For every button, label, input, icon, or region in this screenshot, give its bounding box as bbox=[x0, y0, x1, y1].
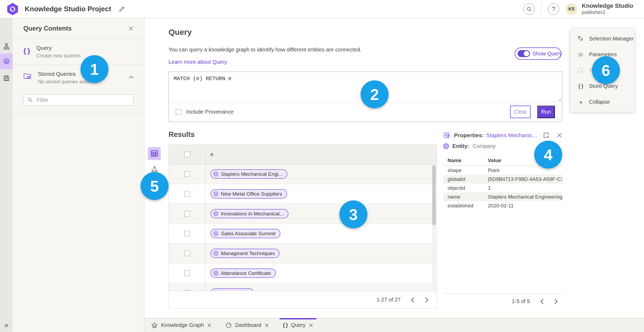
table-row: Attendance Certificate bbox=[169, 263, 437, 283]
query-description: You can query a knowledge graph to ident… bbox=[169, 47, 361, 53]
row-checkbox[interactable] bbox=[184, 231, 190, 236]
data-model-rail-button[interactable] bbox=[0, 39, 13, 54]
entity-pill[interactable]: Attendance Certificate bbox=[210, 268, 276, 278]
save-icon bbox=[3, 75, 10, 82]
close-tab-icon[interactable] bbox=[309, 323, 313, 327]
entity-dot-icon bbox=[213, 231, 218, 236]
row-checkbox-cell bbox=[169, 204, 206, 223]
entity-pill[interactable]: Managment Techniques bbox=[210, 249, 280, 258]
show-query-toggle[interactable]: Show Query bbox=[515, 47, 561, 60]
toggle-track[interactable] bbox=[518, 50, 530, 57]
row-checkbox[interactable] bbox=[184, 211, 190, 217]
entity-row: Entity: Company bbox=[443, 143, 496, 149]
double-chevron-icon: » bbox=[577, 99, 584, 105]
sidebar-item-query[interactable]: { } Query Create new queries bbox=[13, 39, 144, 65]
row-entity-cell: Innovations in Mechanical... bbox=[206, 204, 437, 223]
properties-next-page-button[interactable] bbox=[554, 299, 558, 304]
user-block[interactable]: Knowledge Studio publisher2 bbox=[582, 2, 633, 16]
hierarchy-icon bbox=[3, 43, 10, 50]
tab-label: Query bbox=[291, 322, 305, 328]
scrollbar-thumb[interactable] bbox=[432, 165, 436, 225]
entity-pill-label: Sales Associate Summit bbox=[221, 231, 276, 237]
expand-rail-button[interactable]: » bbox=[0, 321, 13, 329]
close-tab-icon[interactable] bbox=[207, 323, 211, 327]
chevron-up-icon[interactable] bbox=[129, 76, 134, 79]
properties-prev-page-button[interactable] bbox=[540, 299, 544, 304]
stored-queries-section: Stored Queries No stored queries exist bbox=[13, 65, 144, 113]
learn-more-link[interactable]: Learn more about Query bbox=[169, 59, 227, 65]
row-checkbox-cell bbox=[169, 164, 206, 184]
tab-dashboard[interactable]: Dashboard bbox=[218, 318, 276, 332]
property-value: 1 bbox=[488, 185, 562, 191]
results-next-page-button[interactable] bbox=[425, 297, 429, 303]
results-prev-page-button[interactable] bbox=[411, 297, 415, 303]
tab-knowledge-graph[interactable]: Knowledge Graph bbox=[144, 318, 218, 332]
table-row: Staplers Mechanical Engi... bbox=[169, 164, 437, 184]
row-entity-cell: Sales Associate Summit bbox=[206, 224, 437, 243]
row-checkbox-cell bbox=[169, 283, 206, 291]
search-button[interactable] bbox=[524, 3, 535, 15]
filter-box bbox=[23, 94, 133, 106]
layers-rail-button[interactable] bbox=[0, 54, 13, 69]
property-value: {5D9B4713-F98D-4A53-A59F-C11... bbox=[488, 176, 562, 182]
select-all-checkbox[interactable] bbox=[184, 152, 190, 157]
entity-pill[interactable]: Staplers Mechanical Engi... bbox=[210, 169, 287, 179]
table-view-button[interactable] bbox=[148, 147, 161, 160]
filter-input[interactable] bbox=[36, 97, 129, 103]
row-checkbox-cell bbox=[169, 184, 206, 204]
close-properties-icon[interactable] bbox=[557, 133, 562, 138]
entity-pill-label: Innovations in Mechanical... bbox=[221, 211, 284, 217]
include-provenance-label: Include Provenance bbox=[186, 109, 234, 115]
tab-query[interactable]: { }Query bbox=[276, 318, 320, 332]
close-panel-icon[interactable] bbox=[129, 26, 133, 31]
query-section-title: Query bbox=[169, 28, 192, 37]
menu-item-label: Store Query bbox=[589, 83, 618, 89]
table-row: Innovations in Mechanical... bbox=[169, 204, 437, 224]
run-button[interactable]: Run bbox=[537, 106, 555, 118]
edit-title-icon[interactable] bbox=[119, 6, 125, 12]
add-to-map-icon[interactable] bbox=[543, 132, 550, 139]
property-value: Staplers Mechanical Engineering bbox=[488, 194, 562, 200]
entity-pill[interactable]: New Metal Office Suppliers bbox=[210, 189, 287, 199]
topbar-divider bbox=[541, 3, 541, 15]
property-name: objectid bbox=[443, 185, 488, 191]
user-role: publisher2 bbox=[582, 9, 633, 16]
help-button[interactable]: ? bbox=[548, 3, 559, 15]
entity-pill[interactable]: Sales Associate Summit bbox=[210, 229, 280, 238]
clear-button[interactable]: Clear bbox=[510, 106, 531, 118]
vertical-scrollbar[interactable] bbox=[432, 165, 436, 290]
entity-dot-icon bbox=[443, 143, 449, 149]
row-entity-cell: Managment Techniques bbox=[206, 244, 437, 263]
entity-pill-label: Staplers Mechanical Engi... bbox=[221, 171, 283, 177]
properties-pagination: 1-5 of 5 bbox=[443, 293, 562, 309]
sidebar-item-stored-queries[interactable]: Stored Queries No stored queries exist bbox=[13, 65, 144, 91]
app-logo-icon[interactable] bbox=[7, 3, 18, 15]
annotation-circle-5: 5 bbox=[141, 172, 169, 200]
properties-header: Properties: Staplers Mechanic... bbox=[443, 132, 562, 139]
editor-footer: Include Provenance Clear Run bbox=[169, 102, 562, 121]
stored-queries-folder-icon bbox=[23, 72, 31, 80]
entity-value: Company bbox=[473, 143, 496, 149]
resize-handle-icon[interactable] bbox=[557, 97, 561, 101]
include-provenance-checkbox[interactable] bbox=[176, 109, 181, 115]
save-rail-button[interactable] bbox=[0, 71, 13, 86]
entity-pill[interactable]: Innovations in Mechanical... bbox=[210, 209, 288, 218]
menu-item-collapse[interactable]: »Collapse bbox=[570, 94, 634, 110]
row-checkbox[interactable] bbox=[184, 270, 190, 276]
header-checkbox-cell bbox=[169, 145, 206, 164]
row-checkbox[interactable] bbox=[184, 191, 190, 197]
menu-item-selection-manager[interactable]: Selection Manager bbox=[570, 31, 634, 47]
row-checkbox[interactable] bbox=[184, 171, 190, 177]
close-tab-icon[interactable] bbox=[265, 323, 269, 327]
row-checkbox[interactable] bbox=[184, 251, 190, 256]
annotation-circle-3: 3 bbox=[339, 200, 367, 228]
menu-item-label: Selection Manager bbox=[589, 36, 634, 42]
properties-entity-link[interactable]: Staplers Mechanic... bbox=[486, 132, 537, 139]
avatar[interactable]: KS bbox=[566, 3, 577, 15]
annotation-circle-4: 4 bbox=[534, 141, 562, 169]
question-mark-icon: ? bbox=[552, 5, 555, 13]
annotation-circle-2: 2 bbox=[361, 80, 389, 108]
property-value: 2020-02-11 bbox=[488, 203, 562, 209]
entity-pill-label: Managment Techniques bbox=[221, 251, 275, 256]
row-entity-cell: Attendance Certificate bbox=[206, 263, 437, 283]
